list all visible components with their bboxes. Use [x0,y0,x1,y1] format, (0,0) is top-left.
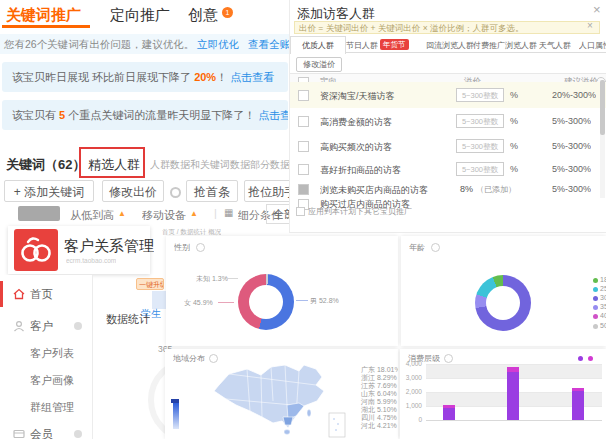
sidebar-item-customers[interactable]: 客户 [0,313,92,339]
alert-text-post: ！ [216,71,230,83]
tab-targeted-promotion[interactable]: 定向推广 [110,6,170,25]
info-icon[interactable] [431,243,440,252]
optimize-now-link[interactable]: 立即优化 [197,38,239,50]
bar [443,405,455,420]
tab-returning-browsers[interactable]: 回流浏览人群 [426,40,474,51]
notice-text: 您有26个关键词有出价问题，建议优化。 [4,38,194,50]
scrollbar-thumb[interactable] [600,80,605,135]
add-audience-dialog: 添加访客人群 × 出价 = 关键词出价 + 关键词出价 × 溢价比例；人群可多选… [289,0,606,233]
tab-weather-audience[interactable]: 天气人群 [539,40,571,51]
table-row[interactable]: 资深淘宝/天猫访客 % 20%-300% [290,82,606,109]
sort-chip[interactable] [18,206,60,221]
tab-creative[interactable]: 创意 [188,6,218,25]
suggest-range: 5%-300% [552,184,591,194]
sidebar-label: 客户 [30,319,53,334]
sort-mobile-device[interactable]: 移动设备 [142,208,186,223]
row-checkbox[interactable] [298,116,309,127]
apply-to-plan[interactable]: 应用到本计划下其它宝贝推广 [296,206,412,217]
home-icon [13,288,25,300]
table-row[interactable]: 购买过店内商品的访客 [290,198,606,206]
tab-demographic-audience[interactable]: 人口属性人群 [579,40,606,51]
crm-logo[interactable] [14,229,58,271]
sidebar-item-customer-list[interactable]: 客户列表 [0,340,92,366]
note-close-icon[interactable]: × [587,20,593,31]
tab-paid-promo-browsers[interactable]: 付费推广浏览人群 [473,40,537,51]
suggest-range: 5%-300% [552,116,591,126]
region-value: 5.10% [377,406,397,413]
keyword-traffic-alert: 该宝贝有 5 个重点关键词的流量昨天明显下降了！ 点击查看 [2,100,288,130]
gear-icon[interactable] [170,187,181,198]
section-title: 数据统计 [106,312,150,327]
legend-label: 35-39 [600,303,606,310]
sidebar-item-customer-profile[interactable]: 客户画像 [0,367,92,393]
dialog-scrollbar[interactable] [600,80,605,198]
map-scale-legend [173,403,179,429]
legend-item[interactable]: 35-39 [593,303,606,310]
apply-checkbox[interactable] [296,207,305,216]
subtab-keywords[interactable]: 关键词（62） [6,156,85,174]
map-scale-marker [171,399,179,403]
divider: | [214,207,217,219]
premium-input[interactable] [456,162,504,176]
upgrade-banner-fragment[interactable]: 一键升级 新功能 [136,278,164,290]
table-row[interactable]: 高购买频次的访客 % 5%-300% [290,134,606,159]
sidebar-item-group-management[interactable]: 群组管理 [0,394,92,420]
grid-filter-icon: ▦ [224,207,233,218]
premium-input[interactable] [456,88,504,102]
alert-view-link[interactable]: 点击查看 [230,71,274,83]
table-row[interactable]: 喜好折扣商品的访客 % 5%-300% [290,158,606,181]
rank-helper-button[interactable]: 抢位助手 ▾ [244,180,291,202]
slice-label-unknown: 未知 1.3% [196,274,228,284]
legend-item[interactable]: 50以上 [593,321,606,331]
china-map[interactable] [203,361,355,439]
close-icon[interactable]: × [593,2,601,17]
premium-formula-note: 出价 = 关键词出价 + 关键词出价 × 溢价比例；人群可多选。 [294,21,600,34]
unit-label: % [510,164,518,174]
sidebar-item-members[interactable]: 会员 [0,421,92,439]
info-icon[interactable] [196,243,205,252]
row-checkbox[interactable] [298,141,309,152]
legend-item[interactable]: 30-34 [593,294,606,301]
sidebar-label: 客户画像 [30,373,74,388]
region-value: 4.75% [377,414,397,421]
alert-text: 该宝贝昨日展现 环比前日展现下降了 [12,71,194,83]
sidebar-item-home[interactable]: 首页 [0,281,92,307]
premium-input[interactable] [456,139,504,153]
bar-series [400,349,606,439]
audience-name: 喜好折扣商品的访客 [320,164,401,177]
region-row: 河北 4.21% [361,421,397,431]
premium-input[interactable] [456,114,504,128]
collapse-dot-icon[interactable] [74,430,82,438]
legend-label: 40-49 [600,312,606,319]
tab-keyword-promotion[interactable]: 关键词推广 [6,6,81,25]
row-checkbox[interactable] [298,164,309,175]
tab-quality-audience[interactable]: 优质人群 [290,36,346,54]
impression-drop-alert: 该宝贝昨日展现 环比前日展现下降了 20%！ 点击查看 [2,62,288,92]
filter-value-chip[interactable]: 全部 [266,204,291,224]
view-account-bids-link[interactable]: 查看全账户出价 [248,38,290,50]
legend-item[interactable]: 25-29 [593,285,606,292]
sidebar-label: 群组管理 [30,400,74,415]
audience-name: 浏览未购买店内商品的访客 [320,184,428,197]
table-row[interactable]: 浏览未购买店内商品的访客 8% （已添加） 5%-300% [290,180,606,199]
modify-premium-button[interactable]: 修改溢价 [296,57,342,72]
row-checkbox[interactable] [298,184,309,195]
legend-item[interactable]: 40-49 [593,312,606,319]
sidebar-label: 会员 [30,427,53,439]
member-card-icon [13,428,25,439]
leader-line [228,278,238,279]
row-checkbox[interactable] [298,90,309,101]
modify-bid-button[interactable]: 修改出价 [102,180,164,202]
table-row[interactable]: 高消费金额的访客 % 5%-300% [290,108,606,135]
collapse-dot-icon[interactable] [74,322,82,330]
grab-first-button[interactable]: 抢首条 [186,180,238,202]
region-name: 江苏 [361,382,375,389]
add-keyword-button[interactable]: + 添加关键词 [4,180,94,202]
suggest-range: 5%-300% [552,164,591,174]
sort-low-to-high[interactable]: 从低到高 [70,208,114,223]
alert-view-link[interactable]: 点击查看 [258,109,288,121]
legend-dot [593,314,598,319]
legend-item[interactable]: 18-24 [593,276,606,283]
tab-festival-audience[interactable]: 节日人群 [346,40,378,51]
panel-title: 地域分布 [173,353,205,364]
